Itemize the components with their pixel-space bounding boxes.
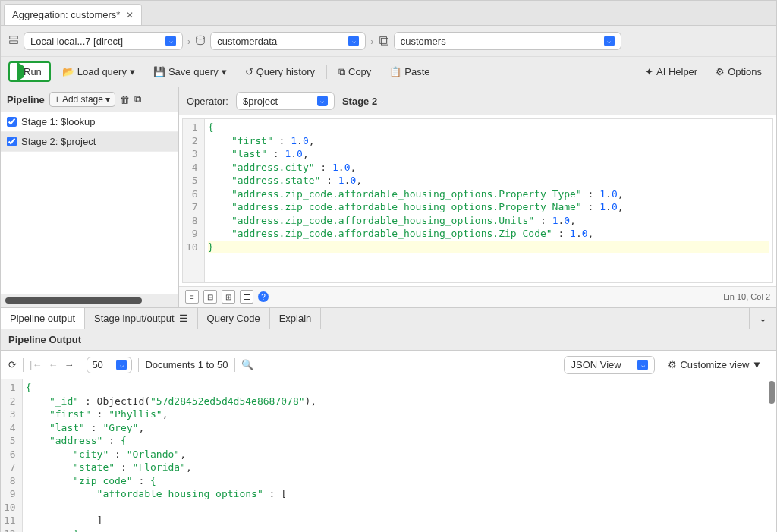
vertical-scrollbar[interactable] (769, 381, 775, 404)
stage-label: Stage 2 (342, 96, 377, 107)
expand-icon[interactable]: ⊞ (222, 290, 235, 304)
chevron-down-icon: ⌵ (637, 360, 648, 370)
output-toolbar: ⟳ |← ← → 50 ⌵ Documents 1 to 50 🔍 JSON V… (1, 351, 776, 379)
load-query-button[interactable]: 📂 Load query ▾ (55, 62, 142, 81)
sparkle-icon: ✦ (645, 66, 653, 77)
tab-pipeline-output[interactable]: Pipeline output (1, 308, 85, 329)
stage-list: Stage 1: $lookupStage 2: $project (1, 112, 178, 294)
customize-view-button[interactable]: ⚙ Customize view ▼ (661, 355, 769, 374)
cursor-position: Lin 10, Col 2 (723, 292, 770, 301)
operator-label: Operator: (187, 96, 228, 107)
tab-query-code[interactable]: Query Code (198, 308, 270, 329)
path-bar: Local local...7 [direct] ⌵ › customerdat… (1, 26, 776, 57)
gear-icon: ⚙ (668, 359, 677, 370)
operator-value: $project (243, 96, 278, 107)
refresh-icon[interactable]: ⟳ (8, 359, 17, 370)
copy-button[interactable]: ⧉ Copy (332, 62, 378, 82)
tab-explain[interactable]: Explain (270, 308, 322, 329)
run-button[interactable]: Run (8, 61, 51, 82)
tab-stage-io[interactable]: Stage input/output☰ (85, 308, 198, 329)
collapse-icon[interactable]: ⊟ (203, 290, 217, 304)
paste-button[interactable]: 📋 Paste (382, 62, 436, 81)
divider (234, 358, 235, 372)
add-stage-button[interactable]: + Add stage ▾ (49, 92, 115, 107)
chevron-down-icon: ⌵ (348, 36, 359, 46)
horizontal-scrollbar[interactable] (5, 297, 142, 304)
chevron-down-icon: ▾ (105, 94, 110, 105)
editor-status-bar: ≡ ⊟ ⊞ ☰ ? Lin 10, Col 2 (179, 286, 776, 307)
tab-title: Aggregation: customers* (12, 9, 120, 20)
database-label: customerdata (217, 36, 277, 47)
prev-page-icon[interactable]: ← (48, 359, 58, 370)
save-query-label: Save query (168, 66, 219, 77)
stage-label: Stage 1: $lookup (21, 116, 96, 127)
stage-checkbox[interactable] (7, 117, 17, 127)
code-editor[interactable]: 12345678910 { "first" : 1.0, "last" : 1.… (182, 118, 773, 283)
folder-icon: 📂 (62, 66, 74, 77)
output-tabs: Pipeline output Stage input/output☰ Quer… (1, 308, 776, 329)
load-query-label: Load query (77, 66, 127, 77)
code-lines[interactable]: { "_id" : ObjectId("57d28452ed5d4d54e868… (23, 379, 776, 532)
page-size-input[interactable]: 50 ⌵ (87, 357, 132, 373)
output-section: Pipeline output Stage input/output☰ Quer… (1, 307, 776, 532)
duplicate-icon[interactable]: ⧉ (134, 93, 141, 105)
collection-selector[interactable]: customers ⌵ (394, 32, 621, 50)
middle-pane: Pipeline + Add stage ▾ 🗑 ⧉ Stage 1: $loo… (1, 87, 776, 307)
first-page-icon[interactable]: |← (30, 359, 42, 370)
close-icon[interactable]: ✕ (126, 10, 134, 20)
options-button[interactable]: ⚙ Options (709, 62, 769, 81)
connection-label: Local local...7 [direct] (30, 36, 123, 47)
options-label: Options (728, 66, 762, 77)
collection-icon (379, 35, 389, 48)
stage-item[interactable]: Stage 2: $project (1, 132, 178, 152)
copy-label: Copy (348, 66, 371, 77)
stepper-icon: ⌵ (116, 360, 127, 370)
doc-range-label: Documents 1 to 50 (145, 359, 228, 370)
connection-selector[interactable]: Local local...7 [direct] ⌵ (24, 32, 183, 50)
search-icon[interactable]: 🔍 (241, 359, 253, 370)
customize-view-label: Customize view ▼ (680, 359, 762, 370)
output-title: Pipeline Output (1, 329, 776, 351)
columns-icon: ☰ (179, 313, 188, 324)
collection-label: customers (401, 36, 446, 47)
save-query-button[interactable]: 💾 Save query ▾ (146, 62, 234, 81)
divider (138, 358, 139, 372)
stage-item[interactable]: Stage 1: $lookup (1, 112, 178, 132)
divider (326, 65, 327, 79)
view-mode-selector[interactable]: JSON View ⌵ (564, 356, 655, 374)
editor-panel: Operator: $project ⌵ Stage 2 12345678910… (179, 87, 776, 307)
tree-icon[interactable]: ☰ (240, 290, 253, 304)
line-gutter: 12345678910 (183, 119, 205, 282)
svg-rect-0 (10, 36, 18, 39)
gear-icon: ⚙ (716, 66, 725, 77)
view-mode-label: JSON View (571, 359, 621, 370)
document-tab[interactable]: Aggregation: customers* ✕ (4, 4, 142, 25)
breadcrumb-sep: › (370, 36, 373, 47)
svg-point-2 (197, 36, 205, 39)
svg-rect-1 (10, 40, 18, 43)
divider (23, 358, 24, 372)
chevron-down-icon: ⌄ (759, 313, 767, 324)
play-icon (17, 62, 24, 81)
query-history-label: Query history (256, 66, 315, 77)
divider (80, 358, 80, 372)
output-viewer[interactable]: 123456789101112 { "_id" : ObjectId("57d2… (1, 379, 776, 532)
stage-checkbox[interactable] (7, 137, 17, 146)
database-selector[interactable]: customerdata ⌵ (210, 32, 366, 50)
breadcrumb-sep: › (187, 36, 190, 47)
toolbar: Run 📂 Load query ▾ 💾 Save query ▾ ↺ Quer… (1, 57, 776, 87)
query-history-button[interactable]: ↺ Query history (238, 62, 322, 81)
plus-icon: + (55, 94, 60, 105)
code-lines[interactable]: { "first" : 1.0, "last" : 1.0, "address.… (205, 119, 772, 282)
server-icon (8, 35, 19, 48)
database-icon (195, 35, 206, 48)
format-icon[interactable]: ≡ (185, 290, 199, 304)
ai-helper-button[interactable]: ✦ AI Helper (638, 62, 704, 81)
collapse-panel-button[interactable]: ⌄ (749, 308, 776, 329)
next-page-icon[interactable]: → (64, 359, 74, 370)
trash-icon[interactable]: 🗑 (120, 94, 130, 105)
operator-selector[interactable]: $project ⌵ (236, 92, 335, 110)
pipeline-header: Pipeline + Add stage ▾ 🗑 ⧉ (1, 87, 178, 112)
app-root: Aggregation: customers* ✕ Local local...… (0, 0, 777, 532)
help-icon[interactable]: ? (258, 291, 269, 302)
